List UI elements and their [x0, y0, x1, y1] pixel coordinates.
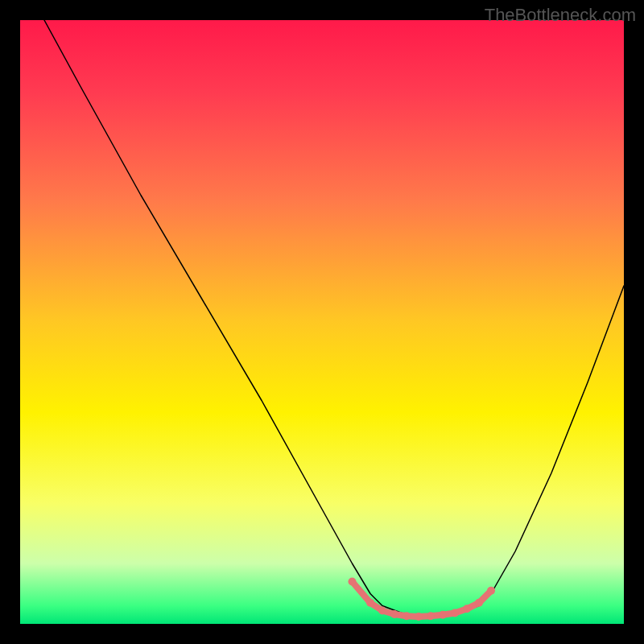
optimal-zone-point — [427, 612, 435, 620]
optimal-zone-point — [451, 609, 459, 617]
chart-plot-area — [20, 20, 624, 624]
optimal-zone-point — [402, 612, 411, 620]
optimal-zone-point — [390, 610, 398, 618]
chart-svg — [20, 20, 624, 624]
optimal-zone-point — [475, 599, 483, 607]
optimal-zone-point — [378, 607, 386, 615]
optimal-zone-point — [439, 611, 447, 619]
optimal-zone-point — [487, 587, 495, 595]
watermark-text: TheBottleneck.com — [485, 5, 636, 26]
chart-background — [20, 20, 624, 624]
optimal-zone-point — [366, 599, 374, 607]
optimal-zone-point — [463, 605, 471, 613]
optimal-zone-point — [349, 578, 357, 586]
optimal-zone-point — [415, 613, 423, 621]
